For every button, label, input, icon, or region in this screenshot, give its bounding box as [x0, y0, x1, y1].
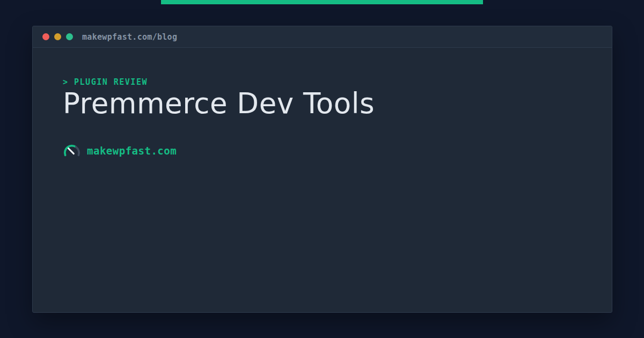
browser-window-mockup: makewpfast.com/blog > PLUGIN REVIEW Prem… — [32, 26, 612, 313]
minimize-window-button[interactable] — [54, 33, 61, 40]
eyebrow-label: > PLUGIN REVIEW — [63, 78, 582, 86]
social-card: makewpfast.com/blog > PLUGIN REVIEW Prem… — [0, 0, 644, 338]
top-accent-bar — [161, 0, 483, 4]
site-domain-link[interactable]: makewpfast.com — [87, 145, 177, 157]
speedometer-icon — [63, 143, 81, 159]
traffic-lights — [42, 33, 73, 40]
address-bar-url: makewpfast.com/blog — [82, 32, 177, 42]
site-attribution[interactable]: makewpfast.com — [63, 143, 582, 159]
window-content: > PLUGIN REVIEW Premmerce Dev Tools make… — [33, 48, 612, 159]
page-title: Premmerce Dev Tools — [63, 88, 582, 119]
browser-titlebar: makewpfast.com/blog — [33, 26, 612, 48]
close-window-button[interactable] — [42, 33, 49, 40]
maximize-window-button[interactable] — [66, 33, 73, 40]
